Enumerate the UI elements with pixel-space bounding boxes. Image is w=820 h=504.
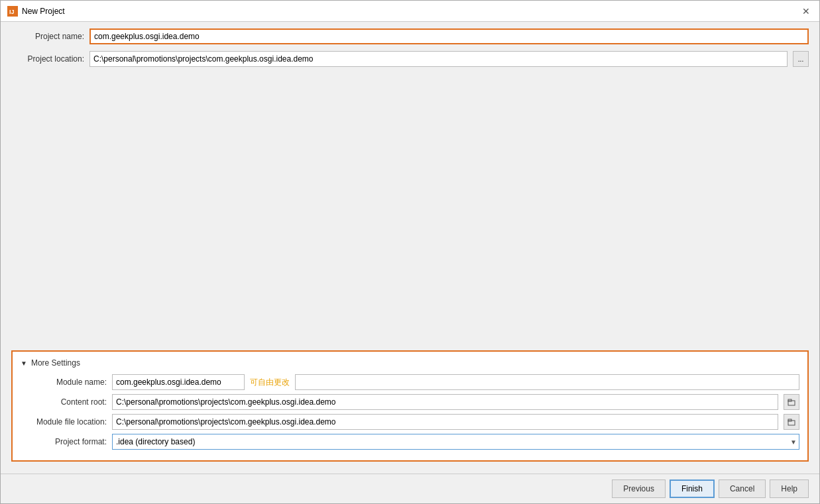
module-name-input-right[interactable] [295,374,799,390]
module-name-hint: 可自由更改 [250,377,290,388]
project-name-input[interactable] [89,28,809,44]
project-name-label: Project name: [11,32,84,41]
title-bar-left: IJ New Project [7,6,65,17]
help-button[interactable]: Help [770,479,809,498]
svg-text:IJ: IJ [9,9,15,15]
content-area: Project name: Project location: ... ▼ Mo… [1,22,819,474]
module-file-location-browse-button[interactable] [784,414,799,430]
finish-button[interactable]: Finish [670,479,715,498]
module-file-location-label: Module file location: [21,417,107,427]
collapse-arrow-icon: ▼ [21,360,27,367]
module-name-input-container: 可自由更改 [112,374,799,390]
project-location-row: Project location: ... [11,51,809,67]
module-name-row: Module name: 可自由更改 [21,374,799,390]
cancel-button[interactable]: Cancel [719,479,766,498]
bottom-bar: Previous Finish Cancel Help [1,474,819,503]
project-location-label: Project location: [11,54,84,64]
title-bar: IJ New Project ✕ [1,1,819,22]
more-settings-label: More Settings [31,358,80,368]
project-name-row: Project name: [11,28,809,44]
project-format-select-wrapper: .idea (directory based) .ipr (file based… [112,434,799,450]
module-file-location-input[interactable] [112,414,778,430]
more-settings-section: ▼ More Settings Module name: 可自由更改 Conte… [11,350,809,462]
window-title: New Project [22,7,65,16]
module-file-location-row: Module file location: [21,414,799,430]
project-format-row: Project format: .idea (directory based) … [21,434,799,450]
close-button[interactable]: ✕ [799,5,813,17]
project-location-browse-button[interactable]: ... [793,51,809,67]
idea-icon: IJ [7,6,18,17]
content-root-browse-button[interactable] [784,394,799,410]
project-format-label: Project format: [21,437,107,446]
module-name-input[interactable] [112,374,245,390]
module-name-label: Module name: [21,378,107,387]
project-format-select[interactable]: .idea (directory based) .ipr (file based… [112,434,799,450]
new-project-window: IJ New Project ✕ Project name: Project l… [0,0,820,504]
content-root-label: Content root: [21,397,107,407]
project-location-input[interactable] [89,51,788,67]
more-settings-header[interactable]: ▼ More Settings [21,358,799,368]
main-body [11,72,809,345]
content-root-input[interactable] [112,394,778,410]
content-root-row: Content root: [21,394,799,410]
previous-button[interactable]: Previous [612,479,666,498]
